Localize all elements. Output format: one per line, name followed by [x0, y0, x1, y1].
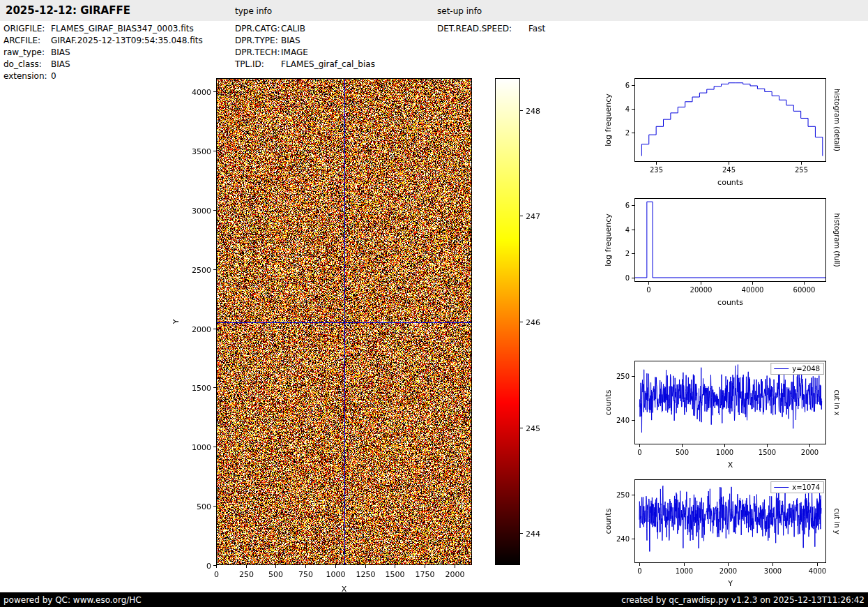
tpl-id-value: FLAMES_giraf_cal_bias: [281, 59, 375, 69]
origfile-label: ORIGFILE:: [3, 24, 45, 33]
rawtype-value: BIAS: [51, 47, 70, 57]
cut-in-x-plot: [593, 352, 868, 478]
tpl-id-label: TPL.ID:: [235, 59, 264, 69]
origfile-value: FLAMES_GIRAF_BIAS347_0003.fits: [51, 24, 194, 33]
histogram-detail-plot: [593, 70, 868, 195]
dpr-type-value: BIAS: [281, 36, 300, 45]
dpr-tech-value: IMAGE: [281, 47, 308, 57]
read-speed-value: Fast: [528, 24, 545, 33]
dpr-catg-value: CALIB: [281, 24, 305, 33]
footer-powered-by: powered by QC: www.eso.org/HC: [3, 595, 142, 605]
dpr-catg-label: DPR.CATG:: [235, 24, 280, 33]
read-speed-label: DET.READ.SPEED:: [437, 24, 512, 33]
arcfile-label: ARCFILE:: [3, 36, 40, 45]
type-info-heading: type info: [235, 6, 272, 16]
cut-in-y-plot: [593, 471, 868, 592]
colorbar: [488, 70, 565, 579]
footer-bar: powered by QC: www.eso.org/HC created by…: [0, 592, 868, 607]
extension-label: extension:: [3, 71, 47, 81]
bias-image-plot: [167, 70, 481, 607]
report-title: 2025-12-12: GIRAFFE: [6, 4, 130, 17]
extension-value: 0: [51, 71, 56, 81]
footer-created-by: created by qc_rawdisp.py v1.2.3 on 2025-…: [621, 595, 865, 605]
dpr-tech-label: DPR.TECH:: [235, 47, 280, 57]
setup-info-heading: set-up info: [437, 6, 482, 16]
histogram-full-plot: [593, 190, 868, 315]
dpr-type-label: DPR.TYPE:: [235, 36, 278, 45]
rawtype-label: raw_type:: [3, 47, 45, 57]
doclass-label: do_class:: [3, 59, 42, 69]
qc-report-page: 2025-12-12: GIRAFFE type info set-up inf…: [0, 0, 868, 607]
doclass-value: BIAS: [51, 59, 70, 69]
arcfile-value: GIRAF.2025-12-13T09:54:35.048.fits: [51, 36, 203, 45]
